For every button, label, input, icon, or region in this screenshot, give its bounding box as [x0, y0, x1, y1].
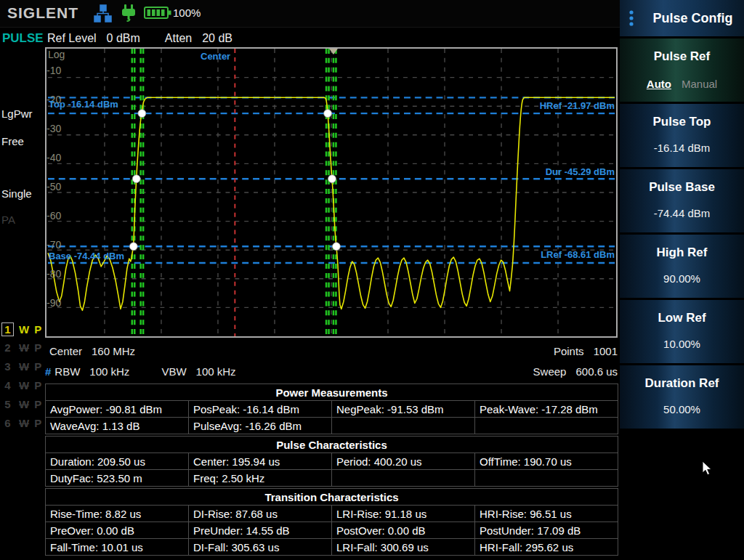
battery-icon [144, 6, 173, 20]
rbw-value: 100 kHz [89, 365, 129, 378]
table-cell: AvgPower: -90.81 dBm [46, 401, 189, 418]
y-tick-label: -70 [46, 239, 61, 251]
scale-type-label: Log [48, 49, 65, 60]
center-marker-label: Center [201, 51, 230, 62]
trace-number: 1 [1, 322, 14, 336]
softkey-pulse-ref[interactable]: Pulse Ref Auto Manual [620, 38, 744, 102]
table-cell: Period: 400.20 us [332, 453, 475, 470]
softkey-pulse-top[interactable]: Pulse Top -16.14 dBm [620, 104, 744, 167]
ref-level-value: 0 dBm [107, 32, 140, 45]
table-cell: Peak-Wave: -17.28 dBm [475, 401, 618, 418]
y-tick-label: -80 [46, 268, 61, 280]
measurement-bar: PULSE Ref Level 0 dBm Atten 20 dB [0, 29, 618, 47]
y-tick-label: -40 [46, 152, 61, 163]
y-tick-label: -10 [46, 65, 61, 76]
footer-row-2: # RBW 100 kHz VBW 100 kHz Sweep 600.6 us [45, 362, 618, 380]
trace-detector: P [34, 379, 41, 391]
battery-percent: 100% [173, 7, 201, 19]
y-tick-label: -90 [46, 297, 61, 309]
footer-row-1: Center 160 MHz Points 1001 [45, 342, 618, 360]
table-cell: PosPeak: -16.14 dBm [189, 401, 332, 418]
table-cell [475, 418, 618, 434]
transition-characteristics-table: Transition CharacteristicsRise-Time: 8.8… [45, 488, 618, 556]
siglent-logo: SIGLENT [7, 4, 78, 22]
duration-ref-line-label: Dur -45.29 dBm [546, 166, 615, 177]
trace-number: 3 [1, 360, 14, 373]
y-tick-label: -50 [46, 181, 61, 192]
points-value: 1001 [594, 345, 618, 357]
table-cell: PostOver: 0.00 dB [332, 522, 475, 539]
trace-detector: P [34, 360, 41, 373]
low-ref-line-label: LRef -68.61 dBm [541, 249, 615, 260]
table-cell: Duration: 209.50 us [46, 453, 189, 470]
table-cell: PostUnder: 17.09 dB [475, 522, 618, 539]
instrument-screen: SIGLENT 100 [0, 0, 744, 560]
ref-level-label: Ref Level [47, 32, 97, 45]
table-cell: Fall-Time: 10.01 us [46, 539, 189, 556]
table-cell: LRI-Rise: 91.18 us [332, 506, 475, 522]
mode-badge: PULSE [0, 31, 47, 46]
softkey-high-ref[interactable]: High Ref 90.00% [620, 235, 744, 298]
lan-network-icon [94, 4, 112, 23]
table-cell: WaveAvg: 1.13 dB [46, 418, 189, 434]
trace-detector: P [34, 341, 41, 354]
vbw-value: 100 kHz [196, 365, 236, 378]
trace-mode: W [19, 398, 29, 410]
table-cell: PulseAvg: -16.26 dBm [189, 418, 332, 434]
center-freq-value: 160 MHz [92, 345, 135, 357]
table-cell [475, 470, 618, 487]
table-cell: HRI-Rise: 96.51 us [475, 506, 618, 522]
trace-indicator-4: 4WP [1, 377, 41, 393]
trace-detector: P [34, 417, 41, 429]
table-row: PreOver: 0.00 dBPreUnder: 14.55 dBPostOv… [46, 522, 618, 539]
points-label: Points [554, 345, 584, 357]
trace-indicator-5: 5WP [1, 396, 41, 412]
table-row: AvgPower: -90.81 dBmPosPeak: -16.14 dBmN… [46, 401, 618, 418]
y-tick-label: -30 [46, 123, 61, 134]
measurement-tables: Power MeasurementsAvgPower: -90.81 dBmPo… [45, 384, 618, 557]
trace-indicator-3: 3WP [1, 359, 41, 375]
table-title: Pulse Characteristics [46, 437, 618, 453]
table-cell: DI-Fall: 305.63 us [189, 539, 332, 556]
table-cell: Freq: 2.50 kHz [189, 470, 332, 487]
trace-mode: W [19, 360, 29, 373]
trace-indicator-2: 2WP [1, 340, 41, 356]
table-cell [332, 418, 475, 434]
scale-mode-label: LgPwr [1, 107, 33, 120]
softkey-pulse-base[interactable]: Pulse Base -74.44 dBm [620, 169, 744, 232]
table-cell: DutyFac: 523.50 m [46, 470, 189, 487]
pulse-base-line-label: Base -74.44 dBm [49, 251, 124, 261]
pulse-characteristics-table: Pulse CharacteristicsDuration: 209.50 us… [45, 436, 618, 487]
trace-number: 6 [1, 416, 14, 430]
sweep-value: 600.6 us [575, 365, 618, 378]
softkey-menu: Pulse Config Pulse Ref Auto Manual Pulse… [620, 0, 744, 433]
table-cell: Rise-Time: 8.82 us [46, 506, 189, 522]
table-cell: LRI-Fall: 300.69 us [332, 539, 475, 556]
menu-header: Pulse Config [620, 0, 744, 36]
table-row: Fall-Time: 10.01 usDI-Fall: 305.63 usLRI… [46, 539, 618, 556]
center-freq-label: Center [49, 345, 82, 357]
table-row: WaveAvg: 1.13 dBPulseAvg: -16.26 dBm [46, 418, 618, 434]
y-tick-label: -60 [46, 210, 61, 222]
trace-mode: W [19, 417, 29, 429]
table-row: DutyFac: 523.50 mFreq: 2.50 kHz [46, 470, 618, 487]
trace-number: 2 [1, 341, 14, 354]
chart-canvas [46, 49, 616, 336]
trace-number: 4 [1, 378, 14, 392]
table-title: Transition Characteristics [46, 489, 618, 506]
table-cell [332, 470, 475, 487]
power-plug-icon [119, 4, 138, 23]
kebab-menu-icon[interactable] [626, 6, 642, 31]
trace-mode: W [19, 341, 29, 354]
table-cell: DI-Rise: 87.68 us [189, 506, 332, 522]
softkey-duration-ref[interactable]: Duration Ref 50.00% [620, 365, 744, 429]
trace-detector: P [34, 323, 41, 336]
sweep-label: Sweep [533, 365, 567, 378]
pulse-ref-option-auto[interactable]: Auto [647, 78, 671, 90]
table-cell: PreUnder: 14.55 dB [189, 522, 332, 539]
softkey-low-ref[interactable]: Low Ref 10.00% [620, 300, 744, 363]
pulse-ref-option-manual[interactable]: Manual [682, 78, 717, 90]
pulse-top-line-label: Top -16.14 dBm [49, 99, 118, 110]
trace-mode: W [19, 323, 29, 336]
trace-detector: P [34, 398, 41, 410]
